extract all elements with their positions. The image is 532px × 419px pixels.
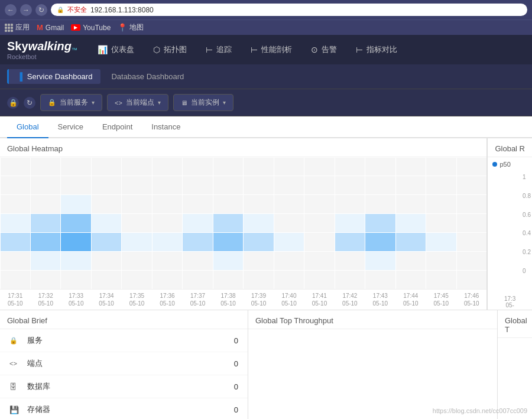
logo-tm: ™	[72, 47, 77, 53]
nav-metrics-label: 指标对比	[366, 44, 397, 55]
top-panels-row: Global Heatmap 17:3105-10 17:3205-10 17:…	[0, 138, 532, 310]
brief-row-endpoint: <> 端点 0	[0, 352, 248, 375]
time-tick: 17:3105-10	[0, 292, 30, 307]
nav-trace[interactable]: ⊢ 追踪	[197, 40, 240, 60]
endpoint-count: 0	[234, 359, 238, 368]
endpoint-label: 端点	[27, 358, 234, 369]
refresh-filter-btn[interactable]: ↻	[24, 97, 35, 109]
logo-subtitle: Rocketbot	[7, 53, 77, 60]
heatmap-grid	[0, 157, 486, 289]
youtube-icon: ▶	[71, 24, 80, 31]
url-text: 192.168.1.113:8080	[90, 6, 154, 14]
heatmap-area	[0, 157, 486, 289]
y-axis: 1 0.8 0.6 0.4 0.2 0	[521, 171, 532, 277]
bottom-row: Global Brief 🔒 服务 0 <> 端点 0 🗄 数据库 0 💾 存储…	[0, 310, 532, 419]
instance-chevron-icon: ▾	[223, 99, 226, 106]
nav-alarm[interactable]: ⊙ 告警	[303, 40, 345, 60]
global-r-time: 17:305-	[488, 294, 532, 310]
global-brief-panel: Global Brief 🔒 服务 0 <> 端点 0 🗄 数据库 0 💾 存储…	[0, 310, 248, 419]
database-count: 0	[234, 382, 238, 391]
storage-icon: 💾	[9, 405, 21, 414]
lock-filter-btn[interactable]: 🔒	[7, 97, 19, 109]
tab-service-dashboard[interactable]: ▐ Service Dashboard	[7, 69, 100, 84]
tab-endpoint[interactable]: Endpoint	[93, 116, 142, 138]
time-tick: 17:3305-10	[61, 292, 91, 307]
instance-filter-icon: 🖥	[181, 99, 187, 106]
service-filter[interactable]: 🔒 当前服务 ▾	[40, 94, 102, 111]
logo-text: Sky	[7, 40, 28, 53]
refresh-button[interactable]: ↻	[35, 4, 47, 16]
bookmark-apps[interactable]: 应用	[5, 22, 30, 33]
forward-button[interactable]: →	[20, 4, 32, 16]
instance-filter-label: 当前实例	[191, 98, 219, 108]
nav-metrics[interactable]: ⊢ 指标对比	[348, 40, 406, 60]
global-t-panel: Global T	[498, 310, 532, 419]
browser-chrome: ← → ↻ 🔒 不安全 192.168.1.113:8080 应用 M Gmai…	[0, 0, 532, 35]
time-tick: 17:3805-10	[213, 292, 243, 307]
time-tick: 17:4605-10	[456, 292, 486, 307]
bookmark-gmail[interactable]: M Gmail	[37, 23, 64, 32]
nav-topology[interactable]: ⬡ 拓扑图	[145, 40, 195, 60]
heatmap-panel: Global Heatmap 17:3105-10 17:3205-10 17:…	[0, 138, 487, 310]
content-area: Global Service Endpoint Instance Global …	[0, 116, 532, 419]
nav-profiling-label: 性能剖析	[261, 44, 292, 55]
back-button[interactable]: ←	[5, 4, 17, 16]
address-bar[interactable]: 🔒 不安全 192.168.1.113:8080	[51, 4, 527, 16]
security-icon: 🔒	[57, 7, 64, 13]
time-tick: 17:4105-10	[304, 292, 335, 307]
time-tick: 17:3505-10	[122, 292, 152, 307]
p50-legend-dot	[492, 162, 497, 167]
global-r-title: Global R	[488, 138, 532, 157]
logo: Sky walking ™	[7, 40, 77, 53]
storage-label: 存储器	[27, 404, 234, 415]
view-tabs: Global Service Endpoint Instance	[0, 116, 532, 138]
instance-filter[interactable]: 🖥 当前实例 ▾	[173, 94, 233, 111]
time-tick: 17:3605-10	[152, 292, 182, 307]
time-tick: 17:4205-10	[335, 292, 365, 307]
bookmarks-bar: 应用 M Gmail ▶ YouTube 📍 地图	[0, 20, 532, 35]
main-nav: 📊 仪表盘 ⬡ 拓扑图 ⊢ 追踪 ⊢ 性能剖析 ⊙ 告警 ⊢ 指标对比	[89, 40, 406, 60]
tab-database-dashboard[interactable]: Database Dashboard	[103, 69, 192, 84]
filter-bar: 🔒 ↻ 🔒 当前服务 ▾ <> 当前端点 ▾ 🖥 当前实例 ▾	[0, 89, 532, 116]
brief-row-service: 🔒 服务 0	[0, 329, 248, 352]
gmail-icon: M	[37, 23, 43, 32]
tab-instance[interactable]: Instance	[142, 116, 190, 138]
bookmark-youtube[interactable]: ▶ YouTube	[71, 24, 111, 32]
time-tick: 17:3405-10	[91, 292, 121, 307]
time-tick: 17:3705-10	[183, 292, 213, 307]
endpoint-chevron-icon: ▾	[158, 99, 161, 106]
apps-icon	[5, 24, 13, 32]
nav-dashboard[interactable]: 📊 仪表盘	[89, 40, 142, 60]
brief-row-database: 🗄 数据库 0	[0, 375, 248, 398]
legend-row: p50	[488, 157, 532, 171]
service-count: 0	[234, 336, 238, 345]
time-tick: 17:4305-10	[365, 292, 395, 307]
global-t-title: Global T	[498, 310, 532, 338]
storage-count: 0	[234, 405, 238, 414]
profiling-icon: ⊢	[251, 45, 258, 54]
endpoint-filter[interactable]: <> 当前端点 ▾	[107, 94, 168, 111]
nav-trace-label: 追踪	[216, 44, 232, 55]
tab-global[interactable]: Global	[7, 116, 48, 138]
service-icon: 🔒	[9, 337, 21, 345]
database-icon: 🗄	[9, 382, 21, 391]
database-label: 数据库	[27, 381, 234, 392]
global-throughput-title: Global Top Throughput	[248, 310, 497, 329]
nav-alarm-label: 告警	[322, 44, 337, 55]
tab-service[interactable]: Service	[48, 116, 93, 138]
tab-icon: ▐	[17, 72, 22, 81]
dashboard-tabs: ▐ Service Dashboard Database Dashboard	[0, 64, 532, 89]
metrics-icon: ⊢	[356, 45, 363, 54]
p50-legend-label: p50	[499, 161, 510, 168]
endpoint-icon: <>	[9, 360, 21, 367]
nav-profiling[interactable]: ⊢ 性能剖析	[242, 40, 300, 60]
nav-topology-label: 拓扑图	[164, 44, 187, 55]
maps-label: 地图	[129, 22, 144, 33]
global-r-panel: Global R p50 1 0.8 0.6 0.4 0.2 0 17:305-	[487, 138, 532, 310]
time-tick: 17:4505-10	[426, 292, 456, 307]
brief-row-storage: 💾 存储器 0	[0, 398, 248, 419]
gmail-label: Gmail	[46, 24, 64, 32]
bookmark-maps[interactable]: 📍 地图	[118, 22, 144, 33]
browser-nav: ← → ↻ 🔒 不安全 192.168.1.113:8080	[0, 0, 532, 20]
trace-icon: ⊢	[206, 45, 213, 54]
